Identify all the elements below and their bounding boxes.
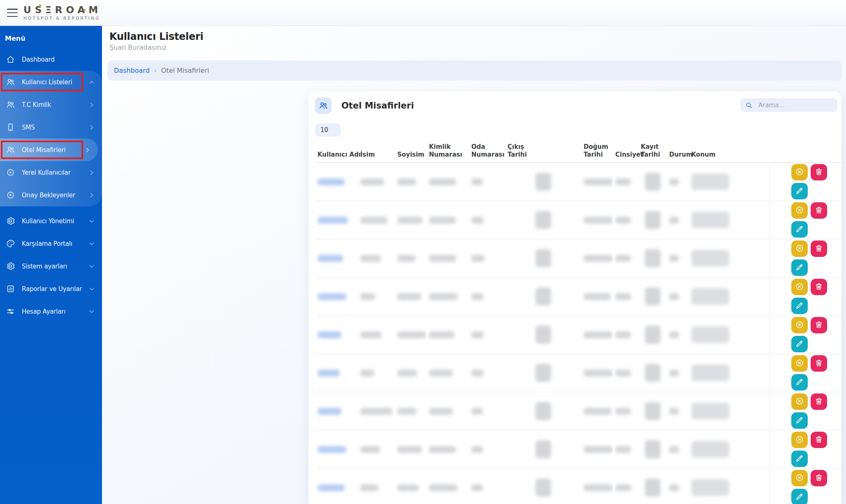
redacted-value [397,293,421,300]
sidebar-item-otel-misafirleri[interactable]: Otel Misafirleri [0,139,98,161]
redacted-value [471,178,483,185]
redacted-username-link[interactable] [318,484,345,491]
deactivate-button[interactable] [791,317,808,333]
redacted-username-link[interactable] [318,293,346,300]
cell-soyisim [395,239,426,277]
redacted-value [535,440,551,458]
cell-durum [667,201,689,239]
trash-icon [814,397,823,407]
circle-x-icon [795,397,804,407]
cell-k-tarihi [505,201,581,239]
redacted-value [429,217,456,224]
delete-button[interactable] [811,279,827,295]
sidebar-item-sistem-ayarlar[interactable]: Sistem ayarları [0,255,102,277]
chevron-right-icon [88,169,95,176]
table-row [315,163,841,201]
sidebar-item-hesap-ayarlar[interactable]: Hesap Ayarları [0,300,102,323]
delete-button[interactable] [811,393,827,410]
cell-soyisim [395,277,426,315]
chevron-up-icon [88,79,95,86]
redacted-value [669,217,679,224]
edit-button[interactable] [791,489,808,504]
edit-button[interactable] [791,374,808,391]
deactivate-button[interactable] [791,355,808,372]
sidebar-item-label: Onay Bekleyenler [22,192,75,199]
redacted-value [645,211,661,229]
cell-kimlik-numaras [426,201,469,239]
hamburger-menu-icon[interactable] [7,9,18,17]
delete-button[interactable] [811,470,827,486]
cell-cinsiyet [613,430,638,468]
cell-cinsiyet [613,239,638,277]
sidebar-item-yerel-kullan-c-lar[interactable]: Yerel Kullanıcılar [0,161,102,184]
delete-button[interactable] [811,432,827,448]
redacted-value [584,408,612,415]
redacted-value [535,249,551,267]
edit-button[interactable] [791,221,808,238]
cell-i-sim [358,392,395,430]
breadcrumb-dashboard[interactable]: Dashboard [114,67,150,74]
deactivate-button[interactable] [791,202,808,219]
redacted-value [584,484,613,491]
redacted-username-link[interactable] [318,370,340,377]
redacted-value [645,326,661,344]
page-size-select[interactable]: 10 [315,123,341,136]
delete-button[interactable] [811,355,827,372]
cell-kay-t-tarihi [638,277,667,315]
redacted-username-link[interactable] [318,178,345,185]
circle-x-icon [795,473,804,483]
column-header-durum: Durum [667,151,689,159]
redacted-value [691,326,729,343]
redacted-username-link[interactable] [318,217,348,224]
cell-kay-t-tarihi [638,430,667,468]
sidebar-item-kullan-c-y-netimi[interactable]: Kullanıcı Yönetimi [0,210,102,232]
redacted-value [615,370,631,377]
redacted-username-link[interactable] [318,446,346,453]
redacted-value [471,408,483,415]
search-input[interactable] [758,101,833,109]
cell-durum [667,354,689,392]
cell-k-tarihi [505,239,581,277]
redacted-value [645,479,661,497]
edit-button[interactable] [791,298,808,314]
sidebar-item-dashboard[interactable]: Dashboard [0,48,102,71]
cell-cinsiyet [613,201,638,239]
search-box [740,98,837,112]
sidebar-item-t-c-kimlik[interactable]: T.C Kimlik [0,93,102,116]
sidebar-item-raporlar-ve-uyar-lar[interactable]: Raporlar ve Uyarılar [0,277,102,300]
redacted-value [691,212,729,228]
deactivate-button[interactable] [791,164,808,180]
redacted-value [360,331,382,338]
sidebar-item-onay-bekleyenler[interactable]: Onay Bekleyenler [0,184,102,206]
sidebar-item-sms[interactable]: SMS [0,116,102,139]
deactivate-button[interactable] [791,240,808,257]
edit-button[interactable] [791,451,808,467]
edit-button[interactable] [791,336,808,352]
redacted-username-link[interactable] [318,255,343,262]
cell-kullan-c-ad [315,201,358,239]
redacted-username-link[interactable] [318,331,341,338]
deactivate-button[interactable] [791,432,808,448]
delete-button[interactable] [811,240,827,257]
redacted-value [429,331,454,338]
edit-button[interactable] [791,259,808,276]
deactivate-button[interactable] [791,470,808,486]
deactivate-button[interactable] [791,393,808,410]
edit-button[interactable] [791,183,808,199]
redacted-username-link[interactable] [318,408,341,415]
deactivate-button[interactable] [791,279,808,295]
cell-konum [689,163,769,201]
delete-button[interactable] [811,164,827,180]
cell-kullan-c-ad [315,163,358,201]
edit-button[interactable] [791,412,808,429]
delete-button[interactable] [811,317,827,333]
cell-kay-t-tarihi [638,469,667,504]
sidebar-item-kar-lama-portal[interactable]: Karşılama Portalı [0,232,102,255]
delete-button[interactable] [811,202,827,219]
redacted-value [535,211,551,229]
sidebar-item-label: Kullanıcı Listeleri [22,79,72,86]
cell-konum [689,392,769,430]
sidebar-item-kullan-c-listeleri[interactable]: Kullanıcı Listeleri [0,71,102,93]
column-header-soyisim: Soyisim [395,151,426,159]
redacted-value [584,217,613,224]
